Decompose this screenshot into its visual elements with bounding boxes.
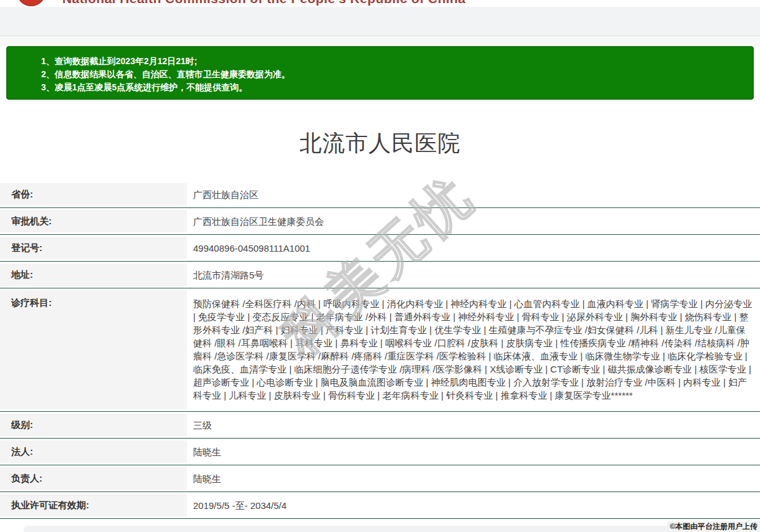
table-row-level: 级别: 三级	[0, 412, 760, 439]
table-row-license-validity: 执业许可证有效期: 2019/5/5 -至- 2034/5/4	[0, 492, 760, 519]
field-label: 诊疗科目:	[0, 290, 187, 409]
field-label: 执业许可证有效期:	[0, 494, 187, 516]
field-value: 广西壮族自治区	[187, 183, 760, 206]
field-label: 审批机关:	[0, 210, 187, 232]
notice-line-2: 2、信息数据结果以各省、自治区、直辖市卫生健康委数据为准。	[41, 68, 753, 81]
field-label: 法人:	[0, 440, 187, 463]
table-row-clinical-departments: 诊疗科目: 预防保健科 /全科医疗科 /内科 | 呼吸内科专业 | 消化内科专业…	[0, 288, 760, 412]
field-label: 负责人:	[0, 467, 187, 490]
hospital-info-page: National Health Commission of the People…	[0, 0, 760, 532]
field-label: 地址:	[0, 264, 187, 286]
field-value: 陆晓生	[187, 440, 760, 463]
table-row-address: 地址: 北流市清湖路5号	[0, 262, 760, 288]
field-value: 三级	[187, 414, 760, 436]
masthead-strip: National Health Commission of the People…	[0, 0, 760, 7]
table-row-province: 省份: 广西壮族自治区	[0, 181, 760, 208]
field-value: 2019/5/5 -至- 2034/5/4	[187, 494, 760, 516]
site-masthead: National Health Commission of the People…	[0, 0, 760, 46]
field-label: 级别:	[0, 414, 187, 436]
masthead-background	[0, 36, 760, 46]
china-national-emblem-icon	[17, 0, 45, 6]
masthead-divider	[0, 36, 760, 36]
field-value: 预防保健科 /全科医疗科 /内科 | 呼吸内科专业 | 消化内科专业 | 神经内…	[187, 290, 760, 409]
field-label: 省份:	[0, 183, 187, 206]
field-value: 49940896-045098111A1001	[187, 237, 760, 259]
table-row-registration-number: 登记号: 49940896-045098111A1001	[0, 235, 760, 262]
copyright-badge: ©本图由平台注册用户上传	[667, 521, 760, 532]
table-row-person-in-charge: 负责人: 陆晓生	[0, 465, 760, 492]
field-value: 北流市清湖路5号	[187, 264, 760, 286]
page-title: 北流市人民医院	[0, 128, 760, 159]
field-value: 广西壮族自治区卫生健康委员会	[187, 210, 760, 232]
field-label: 登记号:	[0, 237, 187, 259]
hospital-info-table: 省份: 广西壮族自治区 审批机关: 广西壮族自治区卫生健康委员会 登记号: 49…	[0, 181, 760, 519]
notice-line-1: 1、查询数据截止到2023年2月12日21时;	[41, 55, 753, 68]
notice-line-3: 3、凌晨1点至凌晨5点系统进行维护，不能提供查询。	[41, 81, 753, 94]
site-title-english: National Health Commission of the People…	[62, 0, 465, 6]
field-value: 陆晓生	[187, 467, 760, 490]
footer-strip	[24, 526, 736, 532]
table-row-legal-person: 法人: 陆晓生	[0, 439, 760, 465]
notice-box: 1、查询数据截止到2023年2月12日21时; 2、信息数据结果以各省、自治区、…	[6, 46, 754, 100]
table-row-approval-authority: 审批机关: 广西壮族自治区卫生健康委员会	[0, 208, 760, 235]
